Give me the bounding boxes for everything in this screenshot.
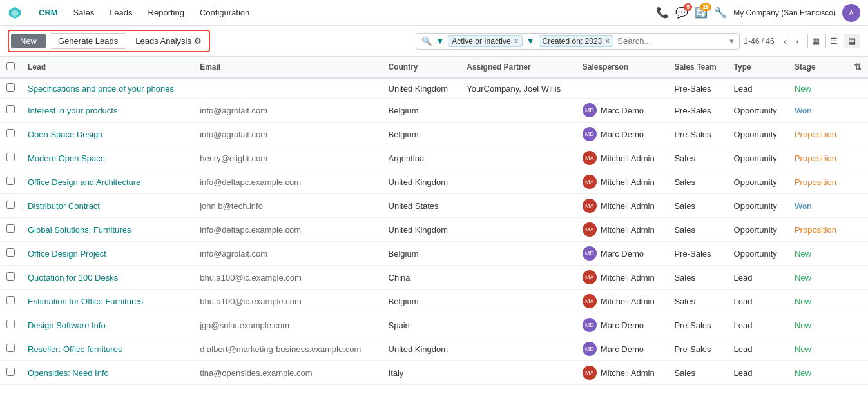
row-checkbox[interactable]	[6, 368, 15, 376]
select-all-checkbox[interactable]	[6, 62, 15, 70]
cell-extra	[847, 313, 868, 337]
new-button[interactable]: New	[11, 34, 46, 48]
cell-sales-team: Sales	[668, 266, 727, 290]
cell-partner	[460, 242, 576, 266]
col-assigned-partner[interactable]: Assigned Partner	[460, 57, 576, 78]
salesperson-name: Marc Demo	[601, 249, 644, 259]
cell-type: Opportunity	[728, 99, 788, 123]
cell-extra	[847, 170, 868, 194]
search-input[interactable]	[617, 36, 726, 46]
cell-lead[interactable]: Quotation for 100 Desks	[21, 266, 193, 290]
row-checkbox[interactable]	[6, 177, 15, 185]
cell-lead[interactable]: Open Space Design	[21, 123, 193, 146]
filter-tag-created: Created on: 2023 ×	[539, 35, 614, 47]
col-adjust: ⇅	[847, 57, 868, 78]
col-email[interactable]: Email	[193, 57, 381, 78]
prev-page-button[interactable]: ‹	[780, 35, 791, 48]
cell-extra	[847, 290, 868, 313]
row-checkbox[interactable]	[6, 296, 15, 304]
table-row: Modern Open Spacehenry@elight.comArgenti…	[0, 146, 868, 170]
table-row: Global Solutions: Furnituresinfo@deltapc…	[0, 218, 868, 242]
row-checkbox[interactable]	[6, 83, 15, 92]
cell-country: United States	[382, 194, 461, 218]
table-row: Office Design and Architectureinfo@delta…	[0, 170, 868, 194]
menu-reporting[interactable]: Reporting	[142, 5, 191, 20]
list-view-button[interactable]: ☰	[825, 34, 842, 48]
salesperson-name: Marc Demo	[601, 130, 644, 139]
adjust-columns-icon[interactable]: ⇅	[854, 62, 862, 72]
cell-type: Opportunity	[728, 170, 788, 194]
menu-crm[interactable]: CRM	[32, 5, 64, 20]
cell-partner	[460, 337, 576, 361]
row-checkbox[interactable]	[6, 272, 15, 281]
cell-lead[interactable]: Opensides: Need Info	[21, 361, 193, 385]
filter-created-remove[interactable]: ×	[605, 37, 610, 46]
col-lead[interactable]: Lead	[21, 57, 193, 78]
cell-country: Argentina	[382, 146, 461, 170]
cell-partner: YourCompany, Joel Willis	[460, 78, 576, 99]
salesperson-name: Mitchell Admin	[601, 225, 655, 235]
filter-created-label: Created on: 2023	[543, 37, 603, 46]
cell-lead[interactable]: Global Solutions: Furnitures	[21, 218, 193, 242]
menu-leads[interactable]: Leads	[103, 5, 139, 20]
cell-lead[interactable]: Design Software Info	[21, 313, 193, 337]
user-avatar[interactable]: A	[842, 4, 860, 22]
table-row: Office Design Projectinfo@agrolait.comBe…	[0, 242, 868, 266]
table-row: Interest in your productsinfo@agrolait.c…	[0, 99, 868, 123]
col-stage[interactable]: Stage	[788, 57, 847, 78]
row-checkbox[interactable]	[6, 153, 15, 161]
cell-lead[interactable]: Interest in your products	[21, 99, 193, 123]
col-type[interactable]: Type	[728, 57, 788, 78]
col-salesperson[interactable]: Salesperson	[576, 57, 668, 78]
cell-type: Lead	[728, 78, 788, 99]
table-view-button[interactable]: ▤	[844, 34, 860, 48]
row-checkbox[interactable]	[6, 344, 15, 352]
app-logo[interactable]	[8, 6, 22, 20]
cell-partner	[460, 361, 576, 385]
cell-email: tina@opensides.example.com	[193, 361, 381, 385]
cell-lead[interactable]: Office Design and Architecture	[21, 170, 193, 194]
cell-lead[interactable]: Distributor Contract	[21, 194, 193, 218]
col-country[interactable]: Country	[382, 57, 461, 78]
kanban-view-button[interactable]: ▦	[807, 34, 824, 48]
salesperson-name: Mitchell Admin	[601, 177, 655, 187]
table-row: Estimation for Office Furnituresbhu.a100…	[0, 290, 868, 313]
cell-type: Lead	[728, 361, 788, 385]
cell-lead[interactable]: Reseller: Office furnitures	[21, 337, 193, 361]
search-dropdown-icon[interactable]: ▾	[729, 36, 734, 46]
row-checkbox[interactable]	[6, 224, 15, 233]
cell-partner	[460, 170, 576, 194]
col-sales-team[interactable]: Sales Team	[668, 57, 727, 78]
row-checkbox[interactable]	[6, 201, 15, 209]
leads-analysis-button[interactable]: Leads Analysis ⚙	[130, 34, 207, 48]
row-checkbox[interactable]	[6, 105, 15, 113]
filter-active-remove[interactable]: ×	[514, 37, 519, 46]
action-buttons-group: New Generate Leads Leads Analysis ⚙	[8, 30, 210, 52]
menu-sales[interactable]: Sales	[67, 5, 101, 20]
cell-country: China	[382, 266, 461, 290]
cell-sales-team: Pre-Sales	[668, 78, 727, 99]
cell-email: info@agrolait.com	[193, 99, 381, 123]
chat-icon[interactable]: 💬 5	[675, 6, 688, 19]
cell-extra	[847, 99, 868, 123]
menu-configuration[interactable]: Configuration	[193, 5, 256, 20]
cell-email: john.b@tech.info	[193, 194, 381, 218]
row-checkbox[interactable]	[6, 320, 15, 328]
cell-stage: New	[788, 242, 847, 266]
wrench-icon[interactable]: 🔧	[714, 6, 727, 19]
cell-type: Lead	[728, 290, 788, 313]
row-checkbox[interactable]	[6, 129, 15, 137]
cell-lead[interactable]: Specifications and price of your phones	[21, 78, 193, 99]
cell-lead[interactable]: Modern Open Space	[21, 146, 193, 170]
updates-icon[interactable]: 🔄 26	[695, 6, 708, 19]
cell-lead[interactable]: Office Design Project	[21, 242, 193, 266]
cell-lead[interactable]: Estimation for Office Furnitures	[21, 290, 193, 313]
funnel-icon-2: ▼	[526, 36, 535, 46]
phone-icon[interactable]: 📞	[656, 6, 669, 19]
cell-type: Lead	[728, 313, 788, 337]
generate-leads-button[interactable]: Generate Leads	[50, 33, 126, 49]
row-checkbox[interactable]	[6, 248, 15, 257]
cell-sales-team: Sales	[668, 170, 727, 194]
cell-stage: New	[788, 266, 847, 290]
next-page-button[interactable]: ›	[791, 35, 802, 48]
